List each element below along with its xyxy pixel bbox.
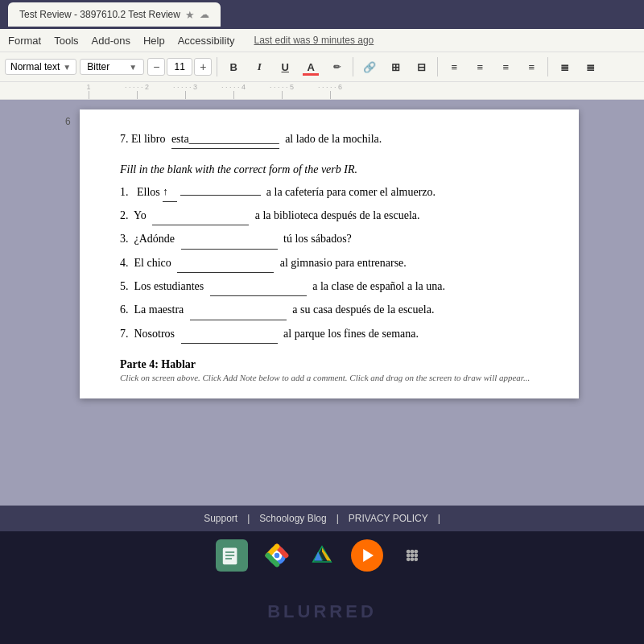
q4-suffix: al gimnasio para entrenarse. [280,257,407,269]
font-size-area: − + [147,58,212,76]
svg-rect-3 [225,558,232,559]
left-margin-label: 6 [65,109,80,127]
font-color-picker[interactable]: ✏ [325,56,348,78]
ruler-mark-6: · · · · · 6 [306,83,354,99]
files-icon [219,543,245,568]
section-title: Parte 4: Hablar [120,358,547,371]
q7-item: 7. El libro esta________________ al lado… [120,130,547,149]
drive-icon [309,543,335,568]
menu-item-addons[interactable]: Add-ons [92,35,130,47]
footer-sep-1: | [247,513,250,524]
screen: Test Review - 3897610.2 Test Review ★ ☁ … [0,0,644,644]
svg-rect-0 [223,547,237,564]
ruler-mark-5: · · · · · 5 [258,83,306,99]
doc-page[interactable]: 7. El libro esta________________ al lado… [80,109,579,398]
align-justify-button[interactable]: ≡ [520,56,543,78]
menu-item-format[interactable]: Format [8,35,41,47]
style-dropdown-arrow: ▼ [63,63,71,72]
drive-taskbar-icon[interactable] [306,539,338,572]
ruler-marks: 1 · · · · · 2 · · · · · 3 · · · · · 4 · … [16,82,354,99]
questions-list: 1. Ellos ↑ a la cafetería para comer el … [120,183,547,344]
underline-button[interactable]: U [274,56,296,78]
menu-item-tools[interactable]: Tools [54,35,78,47]
font-size-minus[interactable]: − [147,58,165,76]
svg-point-20 [414,554,418,558]
taskbar [0,531,644,580]
q2-suffix: a la biblioteca después de la escuela. [255,209,420,221]
footer-support[interactable]: Support [204,513,237,524]
bold-button[interactable]: B [222,56,245,78]
menu-item-help[interactable]: Help [143,35,165,47]
font-size-input[interactable] [167,58,192,76]
image-button[interactable]: ⊟ [410,56,432,78]
star-icon: ★ [185,9,195,21]
q1-suffix: a la cafetería para comer el almuerzo. [263,186,436,198]
q3-suffix: tú los sábados? [283,233,352,245]
desktop-bottom: BLURRED [0,580,644,644]
separator-3 [437,57,438,76]
format-toolbar: Normal text ▼ Bitter ▼ − + B I U A ✏ 🔗 [0,52,644,82]
doc-with-margin: 6 7. El libro esta________________ al la… [65,109,579,496]
q6-item: 6. La maestra a su casa después de la es… [120,301,547,320]
q3-num: 3. ¿Adónde [120,233,175,245]
font-color-button[interactable]: A [299,56,322,78]
q2-blank [152,207,249,225]
doc-area: 6 7. El libro esta________________ al la… [0,100,644,506]
line-spacing-button[interactable]: ≣ [553,56,576,78]
font-color-label: A [308,61,315,73]
q7-blank-2 [181,325,278,344]
link-button[interactable]: 🔗 [358,56,381,78]
svg-point-16 [411,550,415,554]
align-right-button[interactable]: ≡ [494,56,517,78]
q6-suffix: a su casa después de la escuela. [292,303,434,316]
q5-suffix: a la clase de español a la una. [312,280,445,292]
chrome-taskbar-icon[interactable] [261,539,293,572]
q3-item: 3. ¿Adónde tú los sábados? [120,230,547,249]
q1-blank: ↑ [163,183,177,201]
q2-num: 2. Yo [120,209,147,221]
tab-bar: Test Review - 3897610.2 Test Review ★ ☁ [0,0,644,29]
svg-point-21 [407,557,411,561]
list-button[interactable]: ≣ [579,56,601,78]
partial-instruction: Click on screen above. Click Add Note be… [120,373,547,382]
svg-point-22 [411,557,415,561]
q7-suffix: al lado de la mochila. [285,133,382,145]
align-center-button[interactable]: ≡ [469,56,491,78]
browser-tab[interactable]: Test Review - 3897610.2 Test Review ★ ☁ [8,2,221,27]
q7-item-2: 7. Nosotros al parque los fines de seman… [120,325,547,344]
q6-num: 6. La maestra [120,303,184,316]
menu-bar: Format Tools Add-ons Help Accessibility … [0,29,644,52]
separator-1 [217,57,217,76]
files-taskbar-icon[interactable] [216,539,248,572]
ruler: 1 · · · · · 2 · · · · · 3 · · · · · 4 · … [0,82,644,100]
q7-prefix: 7. El libro [120,133,165,145]
watermark-text: BLURRED [267,601,377,622]
q4-num: 4. El chico [120,257,171,269]
align-left-button[interactable]: ≡ [443,56,465,78]
italic-button[interactable]: I [248,56,270,78]
footer-sep-2: | [336,513,339,524]
q4-blank [177,254,274,273]
footer-privacy[interactable]: PRIVACY POLICY [349,513,428,524]
tab-title-text: Test Review - 3897610.2 Test Review [19,9,180,20]
q4-item: 4. El chico al gimnasio para entrenarse. [120,254,547,273]
comment-button[interactable]: ⊞ [384,56,407,78]
font-size-plus[interactable]: + [194,58,212,76]
menu-item-accessibility[interactable]: Accessibility [178,35,235,47]
apps-icon [399,543,425,568]
apps-taskbar-icon[interactable] [396,539,428,572]
font-select[interactable]: Bitter ▼ [80,59,144,75]
svg-point-8 [275,553,279,558]
footer-blog[interactable]: Schoology Blog [259,513,326,524]
docs-container: Format Tools Add-ons Help Accessibility … [0,29,644,506]
color-underline [303,73,319,76]
q7-blank: esta________________ [171,130,279,149]
ruler-mark-1: 1 [64,83,113,99]
q1-item: 1. Ellos ↑ a la cafetería para comer el … [120,183,547,201]
play-taskbar-icon[interactable] [351,539,383,572]
style-select[interactable]: Normal text ▼ [5,59,76,75]
q5-item: 5. Los estudiantes a la clase de español… [120,278,547,296]
q7-suffix-2: al parque los fines de semana. [283,328,419,340]
last-edit-text: Last edit was 9 minutes ago [254,35,374,46]
q1-prefix: Ellos [137,186,160,198]
